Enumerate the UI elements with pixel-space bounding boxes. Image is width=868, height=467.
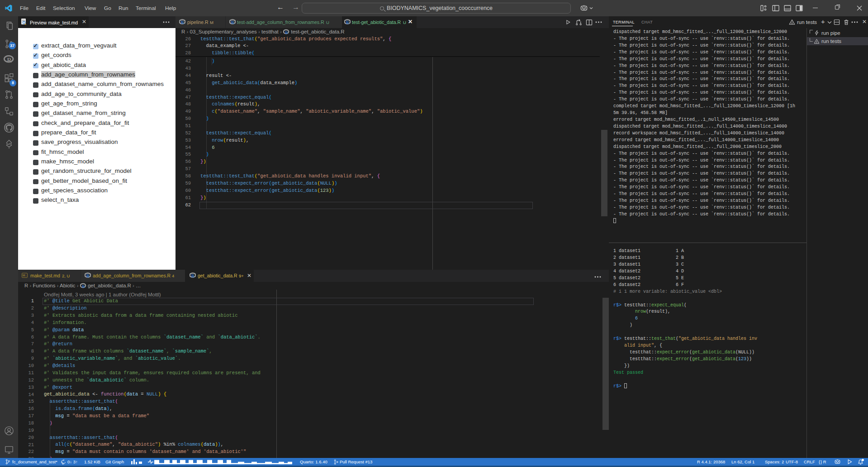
svg-text:R: R	[181, 20, 184, 25]
svg-text:R: R	[86, 274, 90, 278]
svg-text:R: R	[346, 20, 349, 25]
svg-text:R: R	[285, 30, 288, 34]
svg-text:R: R	[82, 284, 85, 288]
svg-text:R: R	[7, 57, 12, 64]
svg-text:R: R	[231, 20, 234, 25]
svg-text:R: R	[191, 274, 194, 278]
